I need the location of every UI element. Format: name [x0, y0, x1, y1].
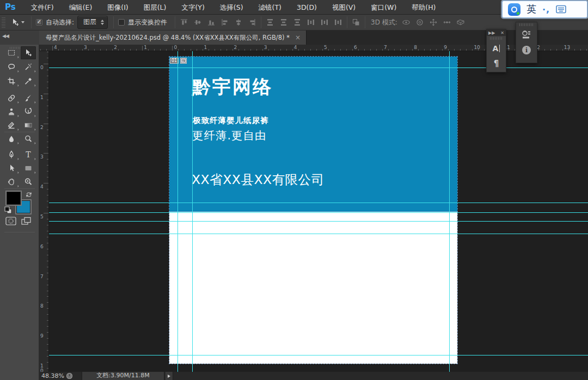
3d-scale-mode-icon[interactable]	[456, 18, 465, 27]
lasso-tool[interactable]	[4, 60, 19, 73]
ruler-tick	[47, 201, 48, 201]
vertical-guide[interactable]	[177, 51, 178, 372]
align-left-edges-icon[interactable]	[220, 18, 229, 27]
expand-panel-icon[interactable]: ▶▶	[488, 30, 495, 35]
eyedropper-tool[interactable]	[21, 75, 36, 88]
collapse-panel-icon[interactable]: ◀◀	[2, 33, 9, 39]
ruler-tick	[64, 49, 65, 51]
properties-panel-icon[interactable]	[516, 27, 537, 42]
clone-stamp-tool[interactable]	[4, 105, 19, 118]
close-panel-icon[interactable]: ✕	[500, 30, 504, 35]
show-transform-checkbox[interactable]	[118, 19, 125, 26]
menu-item-4[interactable]: 图层(L)	[136, 0, 174, 15]
hand-tool[interactable]	[4, 175, 19, 188]
rectangular-marquee-tool[interactable]	[4, 46, 19, 59]
horizontal-guide[interactable]	[49, 234, 588, 234]
horizontal-guide[interactable]	[49, 221, 588, 222]
vertical-guide[interactable]	[192, 51, 193, 372]
crop-tool[interactable]	[4, 75, 19, 88]
move-tool[interactable]	[21, 46, 36, 59]
zoom-tool[interactable]	[21, 175, 36, 188]
pen-tool[interactable]	[4, 148, 19, 161]
menu-item-8[interactable]: 3D(D)	[289, 0, 324, 15]
zoom-level-field[interactable]: 48.38%	[41, 372, 64, 379]
screen-mode-icon[interactable]	[21, 217, 32, 225]
align-bottom-edges-icon[interactable]	[207, 18, 216, 27]
menu-item-11[interactable]: 帮助(H)	[404, 0, 443, 15]
ruler-number: 10	[474, 45, 480, 50]
distribute-bottom-edges-icon[interactable]	[293, 18, 302, 27]
menu-item-6[interactable]: 选择(S)	[212, 0, 251, 15]
vertical-ruler[interactable]: 01234567891 0	[39, 51, 49, 372]
ime-language-toggle[interactable]: 英	[526, 3, 536, 16]
history-brush-tool[interactable]	[21, 105, 36, 118]
swap-colors-icon[interactable]	[25, 191, 33, 198]
distribute-left-edges-icon[interactable]	[307, 18, 315, 27]
ime-keyboard-icon[interactable]	[556, 5, 567, 14]
dodge-tool[interactable]	[21, 132, 36, 145]
3d-roll-mode-icon[interactable]	[415, 18, 424, 27]
menu-item-2[interactable]: 编辑(E)	[62, 0, 100, 15]
menu-item-5[interactable]: 文字(Y)	[174, 0, 212, 15]
3d-slide-mode-icon[interactable]	[443, 18, 451, 27]
horizontal-type-tool[interactable]: T	[21, 148, 36, 161]
options-grip[interactable]	[2, 17, 5, 28]
close-tab-icon[interactable]: ×	[295, 34, 301, 41]
canvas-area[interactable]: 黔宇网络 极致纤薄婴儿纸尿裤 更纤薄.更自由 XX省XX县XX有限公司 01	[49, 51, 588, 372]
3d-drag-mode-icon[interactable]	[429, 18, 438, 27]
align-horizontal-centers-icon[interactable]	[234, 18, 243, 27]
auto-align-layers-icon[interactable]	[352, 18, 360, 27]
rectangle-shape-tool[interactable]	[21, 162, 36, 175]
auto-select-checkbox[interactable]: ✓	[36, 19, 42, 26]
eraser-tool[interactable]	[4, 119, 19, 132]
align-vertical-centers-icon[interactable]	[193, 18, 202, 27]
horizontal-guide[interactable]	[49, 355, 588, 356]
brush-tool[interactable]	[21, 91, 36, 105]
distribute-top-edges-icon[interactable]	[266, 18, 274, 27]
align-top-edges-icon[interactable]	[180, 18, 188, 27]
document-tab[interactable]: 母婴产品名片设计_kelly-20210624.psd @ 48.4% (XX省…	[39, 30, 307, 45]
menu-item-9[interactable]: 视图(V)	[324, 0, 363, 15]
auto-select-dropdown[interactable]: 图层	[77, 16, 108, 29]
panel-grip[interactable]	[519, 23, 534, 26]
photoshop-logo: Ps	[0, 2, 23, 12]
horizontal-guide[interactable]	[49, 68, 588, 68]
document-size-info[interactable]: 文档:3.90M/11.8M	[82, 372, 164, 380]
default-colors-icon[interactable]	[4, 206, 12, 214]
horizontal-guide[interactable]	[49, 212, 588, 213]
menu-item-3[interactable]: 图像(I)	[100, 0, 136, 15]
foreground-color-swatch[interactable]	[7, 192, 21, 205]
align-right-edges-icon[interactable]	[248, 18, 256, 27]
ruler-tick	[47, 285, 48, 285]
distribute-horizontal-centers-icon[interactable]	[320, 18, 329, 27]
horizontal-guide[interactable]	[49, 203, 588, 203]
quick-mask-mode-icon[interactable]	[5, 217, 16, 225]
quick-selection-tool[interactable]	[21, 60, 36, 73]
current-tool-preset[interactable]	[9, 18, 27, 27]
gradient-tool[interactable]	[21, 119, 36, 132]
paragraph-panel-icon[interactable]: ¶	[487, 56, 506, 71]
path-selection-tool[interactable]	[4, 162, 19, 175]
ime-punctuation-toggle[interactable]: ·,	[542, 4, 550, 15]
spot-healing-brush-tool[interactable]	[4, 91, 19, 105]
ime-logo-icon[interactable]	[508, 3, 520, 16]
document-canvas[interactable]: 黔宇网络 极致纤薄婴儿纸尿裤 更纤薄.更自由 XX省XX县XX有限公司 01	[169, 57, 457, 364]
ruler-tick	[484, 49, 485, 51]
vertical-guide[interactable]	[449, 51, 450, 372]
distribute-vertical-centers-icon[interactable]	[279, 18, 288, 27]
info-panel-icon[interactable]: i	[516, 42, 537, 58]
ruler-tick	[286, 49, 287, 51]
blur-tool[interactable]	[4, 132, 19, 145]
character-panel-icon[interactable]: A	[487, 41, 506, 56]
3d-rotate-mode-icon[interactable]	[402, 18, 411, 27]
menu-item-7[interactable]: 滤镜(T)	[251, 0, 289, 15]
distribute-right-edges-icon[interactable]	[334, 18, 342, 27]
menu-item-10[interactable]: 窗口(W)	[363, 0, 404, 15]
adobe-drive-icon[interactable]	[66, 373, 72, 379]
ruler-tick	[574, 49, 575, 51]
card-tagline: 极致纤薄婴儿纸尿裤	[193, 115, 269, 126]
menu-item-1[interactable]: 文件(F)	[23, 0, 62, 15]
ruler-tick	[556, 49, 557, 51]
panel-grip[interactable]	[490, 37, 503, 40]
status-options-arrow[interactable]	[166, 372, 173, 380]
